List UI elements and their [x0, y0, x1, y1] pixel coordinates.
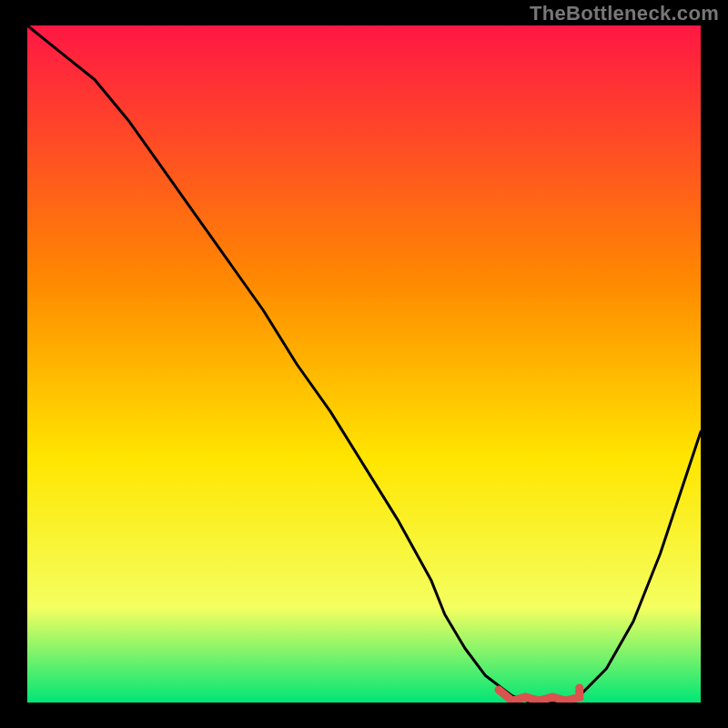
- gradient-background: [27, 25, 701, 703]
- plot-area: [27, 25, 701, 703]
- chart-svg: [27, 25, 701, 703]
- watermark-label: TheBottleneck.com: [530, 2, 719, 25]
- chart-frame: TheBottleneck.com: [0, 0, 728, 728]
